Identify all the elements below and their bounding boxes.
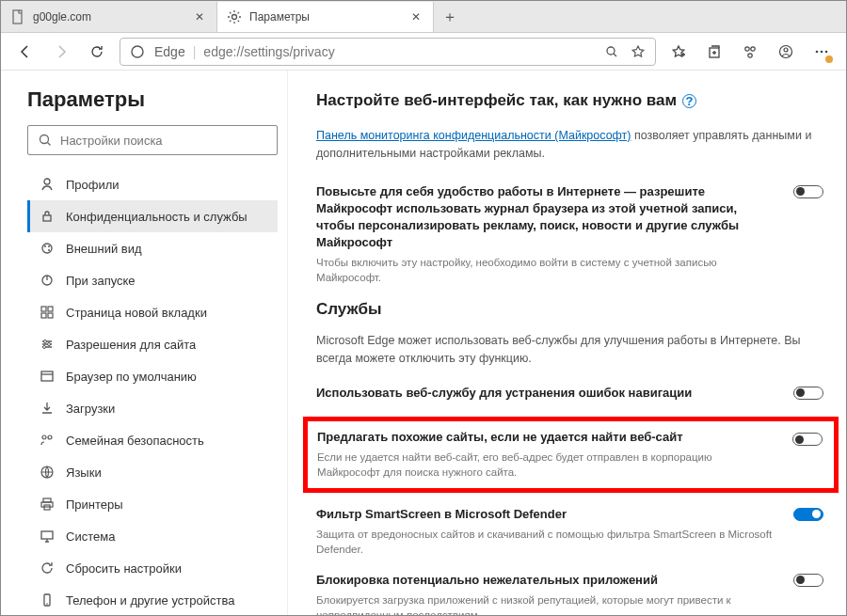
block-title: Фильтр SmartScreen в Microsoft Defender <box>316 506 773 523</box>
help-icon[interactable]: ? <box>682 94 696 108</box>
block-desc: Если не удается найти веб-сайт, его веб-… <box>317 450 777 480</box>
profile-icon[interactable] <box>773 39 799 65</box>
user-icon <box>40 177 55 192</box>
svg-point-30 <box>48 435 52 439</box>
svg-point-18 <box>48 245 50 247</box>
sidebar-item-6[interactable]: Браузер по умолчанию <box>27 360 278 392</box>
svg-rect-23 <box>41 313 46 318</box>
svg-point-3 <box>607 47 615 55</box>
intro-text: Панель мониторинга конфиденциальности (М… <box>316 127 829 163</box>
settings-search[interactable] <box>27 125 278 155</box>
search-input[interactable] <box>60 134 267 148</box>
svg-rect-15 <box>43 215 51 221</box>
globe-icon <box>40 465 55 480</box>
sidebar-label: Телефон и другие устройства <box>66 593 234 608</box>
pua-block: Блокировка потенциально нежелательных пр… <box>316 572 829 615</box>
star-icon[interactable] <box>629 44 647 59</box>
svg-point-25 <box>44 340 47 343</box>
svg-point-10 <box>816 50 819 53</box>
svg-point-9 <box>784 48 788 52</box>
forward-button[interactable] <box>48 39 74 65</box>
sidebar-label: Языки <box>66 466 102 480</box>
sidebar-item-8[interactable]: Семейная безопасность <box>27 424 278 456</box>
sidebar-item-7[interactable]: Загрузки <box>27 392 278 424</box>
sidebar-item-10[interactable]: Принтеры <box>27 488 278 520</box>
family-icon <box>40 433 55 448</box>
sidebar-item-0[interactable]: Профили <box>27 168 278 200</box>
svg-rect-35 <box>41 531 53 539</box>
svg-point-5 <box>745 46 749 50</box>
svg-point-29 <box>42 435 46 439</box>
sidebar-item-11[interactable]: Система <box>27 520 278 552</box>
sidebar-item-5[interactable]: Разрешения для сайта <box>27 328 278 360</box>
toggle-personalize[interactable] <box>793 185 823 198</box>
reset-icon <box>40 561 55 576</box>
sidebar-label: Принтеры <box>66 498 123 512</box>
toggle-smartscreen[interactable] <box>793 508 823 521</box>
svg-point-16 <box>42 244 52 253</box>
close-icon[interactable]: ✕ <box>192 9 207 24</box>
services-desc: Microsoft Edge может использовать веб-сл… <box>316 332 829 368</box>
svg-rect-28 <box>41 371 53 381</box>
sidebar-label: Страница новой вкладки <box>66 306 207 320</box>
search-icon <box>38 133 53 148</box>
page-heading: Настройте веб-интерфейс так, как нужно в… <box>316 91 829 110</box>
sidebar-item-9[interactable]: Языки <box>27 456 278 488</box>
document-icon <box>10 9 25 24</box>
svg-rect-22 <box>48 307 53 311</box>
svg-rect-21 <box>41 307 46 311</box>
sidebar-title: Параметры <box>27 87 278 112</box>
sidebar-item-12[interactable]: Сбросить настройки <box>27 552 278 584</box>
sidebar-label: Профили <box>66 178 120 192</box>
tab-1[interactable]: g00gle.com ✕ <box>1 2 217 32</box>
back-button[interactable] <box>12 39 39 65</box>
sidebar-label: Сбросить настройки <box>66 561 182 576</box>
sidebar-item-4[interactable]: Страница новой вкладки <box>27 296 278 328</box>
more-icon[interactable] <box>808 39 835 65</box>
url-text: edge://settings/privacy <box>203 44 595 59</box>
services-heading: Службы <box>316 300 829 319</box>
toggle-nav-errors[interactable] <box>793 387 823 400</box>
monitor-icon <box>40 529 55 544</box>
svg-point-19 <box>48 249 50 251</box>
edge-icon <box>128 44 147 59</box>
sidebar-item-1[interactable]: Конфиденциальность и службы <box>27 200 278 232</box>
settings-sidebar: Параметры ПрофилиКонфиденциальность и сл… <box>1 71 288 615</box>
personalize-block: Повысьте для себя удобство работы в Инте… <box>316 183 829 286</box>
favorites-icon[interactable] <box>665 39 692 65</box>
svg-point-2 <box>132 46 143 57</box>
svg-point-6 <box>751 46 755 50</box>
printer-icon <box>40 497 55 512</box>
download-icon <box>40 401 55 416</box>
settings-main: Настройте веб-интерфейс так, как нужно в… <box>288 71 846 615</box>
sliders-icon <box>40 337 55 352</box>
power-icon <box>40 273 55 288</box>
sidebar-item-2[interactable]: Внешний вид <box>27 232 278 264</box>
sidebar-label: Внешний вид <box>66 242 142 256</box>
svg-rect-24 <box>48 313 53 318</box>
close-icon[interactable]: ✕ <box>408 9 424 24</box>
nav-errors-block: Использовать веб-службу для устранения о… <box>316 385 829 402</box>
collections-icon[interactable] <box>701 39 727 65</box>
sidebar-item-13[interactable]: Телефон и другие устройства <box>27 584 278 615</box>
sidebar-label: Загрузки <box>66 402 115 416</box>
svg-point-7 <box>748 53 752 56</box>
privacy-dashboard-link[interactable]: Панель мониторинга конфиденциальности (М… <box>316 129 631 142</box>
address-bar[interactable]: Edge | edge://settings/privacy <box>120 38 656 66</box>
zoom-icon[interactable] <box>602 44 621 59</box>
similar-sites-block: Предлагать похожие сайты, если не удаетс… <box>303 417 839 492</box>
refresh-button[interactable] <box>84 39 110 65</box>
sidebar-label: При запуске <box>66 274 136 288</box>
gear-icon <box>227 9 242 24</box>
toggle-pua[interactable] <box>793 574 823 587</box>
paint-icon <box>40 241 55 256</box>
block-desc: Чтобы включить эту настройку, необходимо… <box>316 255 773 285</box>
sidebar-item-3[interactable]: При запуске <box>27 264 278 296</box>
share-icon[interactable] <box>737 39 763 65</box>
svg-point-27 <box>43 346 46 349</box>
tab-2[interactable]: Параметры ✕ <box>217 2 434 32</box>
new-tab-button[interactable]: ＋ <box>434 2 466 32</box>
svg-rect-0 <box>13 10 22 24</box>
toggle-similar-sites[interactable] <box>792 433 823 446</box>
toolbar: Edge | edge://settings/privacy <box>1 33 846 71</box>
